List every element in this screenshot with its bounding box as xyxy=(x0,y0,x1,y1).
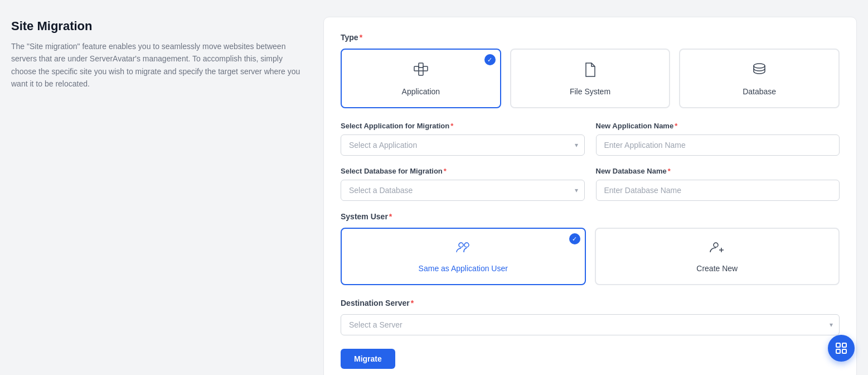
svg-point-6 xyxy=(464,243,469,247)
system-user-cards: ✓ Same as Application User xyxy=(341,228,840,285)
select-database-wrapper: Select a Database ▾ xyxy=(341,180,585,201)
new-app-name-group: New Application Name* xyxy=(596,122,840,156)
same-as-app-icon xyxy=(455,240,471,259)
migrate-button[interactable]: Migrate xyxy=(341,349,395,369)
left-panel: Site Migration The "Site migration" feat… xyxy=(11,17,301,375)
select-database-dropdown[interactable]: Select a Database xyxy=(341,180,585,201)
create-new-icon xyxy=(709,240,725,259)
fab-icon xyxy=(835,342,848,355)
app-required-star: * xyxy=(450,122,453,130)
select-application-group: Select Application for Migration* Select… xyxy=(341,122,585,156)
svg-rect-13 xyxy=(842,349,846,353)
system-card-same-as-app[interactable]: ✓ Same as Application User xyxy=(341,228,586,285)
application-icon xyxy=(412,61,430,83)
filesystem-icon xyxy=(581,61,599,83)
new-db-name-label: New Database Name* xyxy=(596,167,840,175)
svg-rect-2 xyxy=(423,66,428,71)
select-database-label: Select Database for Migration* xyxy=(341,167,585,175)
destination-server-dropdown[interactable]: Select a Server xyxy=(341,314,840,335)
same-as-app-check: ✓ xyxy=(569,233,580,244)
destination-server-wrapper: Select a Server ▾ xyxy=(341,314,840,335)
type-required-star: * xyxy=(360,33,362,42)
svg-rect-3 xyxy=(419,71,423,75)
select-application-label: Select Application for Migration* xyxy=(341,122,585,130)
new-db-name-group: New Database Name* xyxy=(596,167,840,201)
svg-rect-10 xyxy=(836,343,840,347)
new-db-name-input[interactable] xyxy=(596,180,840,201)
destination-server-label: Destination Server* xyxy=(341,299,840,307)
same-as-app-label: Same as Application User xyxy=(419,264,508,273)
create-new-label: Create New xyxy=(696,264,738,273)
system-card-create-new[interactable]: Create New xyxy=(595,228,840,285)
svg-rect-1 xyxy=(419,63,423,68)
svg-point-4 xyxy=(754,64,765,68)
type-card-database-label: Database xyxy=(743,87,776,96)
type-card-database[interactable]: Database xyxy=(679,49,840,108)
destination-required-star: * xyxy=(411,299,414,307)
system-user-section: System User* ✓ Same as Application User xyxy=(341,212,840,285)
new-db-required-star: * xyxy=(668,167,671,175)
svg-rect-11 xyxy=(842,343,846,347)
db-required-star: * xyxy=(444,167,447,175)
svg-rect-0 xyxy=(414,66,419,71)
system-user-required-star: * xyxy=(389,212,392,221)
type-section: Type* ✓ Application xyxy=(341,33,840,108)
database-icon xyxy=(750,61,768,83)
page-title: Site Migration xyxy=(11,19,301,33)
type-label: Type* xyxy=(341,33,840,42)
db-row: Select Database for Migration* Select a … xyxy=(341,167,840,201)
right-panel: Type* ✓ Application xyxy=(323,17,857,375)
type-card-application-label: Application xyxy=(402,87,440,96)
new-app-name-label: New Application Name* xyxy=(596,122,840,130)
new-app-name-input[interactable] xyxy=(596,134,840,156)
application-check: ✓ xyxy=(484,54,496,65)
select-database-group: Select Database for Migration* Select a … xyxy=(341,167,585,201)
fab-button[interactable] xyxy=(828,335,855,362)
type-card-application[interactable]: ✓ Application xyxy=(341,49,501,108)
type-card-filesystem[interactable]: File System xyxy=(510,49,671,108)
type-card-filesystem-label: File System xyxy=(570,87,610,96)
system-user-label: System User* xyxy=(341,212,840,221)
select-application-wrapper: Select a Application ▾ xyxy=(341,134,585,156)
destination-server-section: Destination Server* Select a Server ▾ xyxy=(341,299,840,335)
new-app-required-star: * xyxy=(675,122,677,130)
svg-point-5 xyxy=(459,243,463,247)
type-cards: ✓ Application xyxy=(341,49,840,108)
select-application-dropdown[interactable]: Select a Application xyxy=(341,134,585,156)
app-row: Select Application for Migration* Select… xyxy=(341,122,840,156)
svg-point-7 xyxy=(714,243,718,247)
svg-rect-12 xyxy=(836,349,840,353)
page-description: The "Site migration" feature enables you… xyxy=(11,40,301,90)
